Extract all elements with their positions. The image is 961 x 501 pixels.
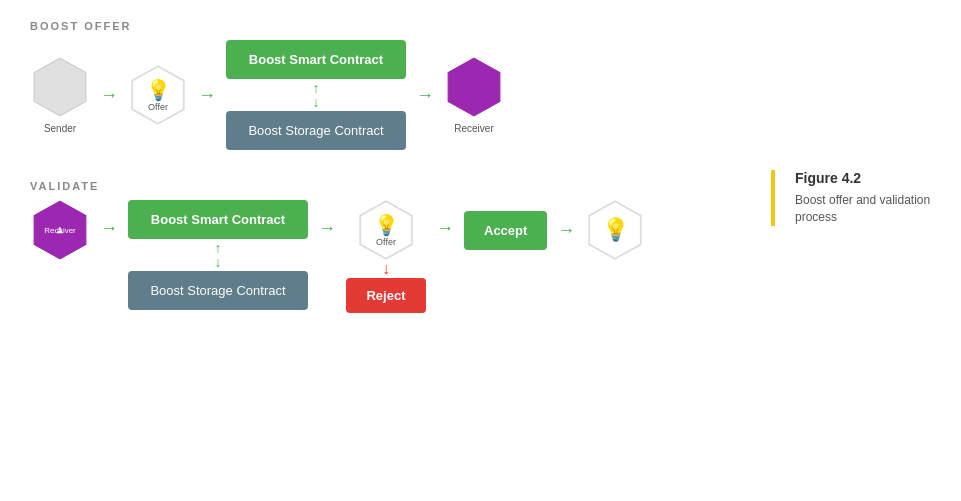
vert-arrows-1: ↑ ↓ <box>313 81 320 109</box>
arrow-sender-offer: → <box>100 85 118 106</box>
offer-wrapper: 💡 Offer <box>128 65 188 125</box>
sender-label: Sender <box>44 123 76 134</box>
receiver-label-1: Receiver <box>454 123 493 134</box>
boost-smart-storage-group: Boost Smart Contract ↑ ↓ Boost Storage C… <box>226 40 406 150</box>
receiver-hexagon-2: Receiver <box>30 200 90 260</box>
accept-final-group: Accept → 💡 <box>464 200 645 260</box>
sender-wrapper: Sender <box>30 57 90 134</box>
boost-storage-contract-1: Boost Storage Contract <box>226 111 406 150</box>
final-offer-hexagon: 💡 <box>585 200 645 260</box>
accept-button[interactable]: Accept <box>464 211 547 250</box>
validate-smart-storage-group: Boost Smart Contract ↑ ↓ Boost Storage C… <box>128 200 308 310</box>
sender-hexagon <box>30 57 90 117</box>
offer-hexagon-validate: 💡 Offer <box>356 200 416 260</box>
arrow-smart-receiver: → <box>416 85 434 106</box>
offer-icon-validate: 💡 Offer <box>374 213 399 247</box>
arrow-smart-offer-validate: → <box>318 218 336 239</box>
figure-caption: Figure 4.2 Boost offer and validation pr… <box>771 170 931 226</box>
arrow-offer-accept: → <box>436 218 454 239</box>
reject-button[interactable]: Reject <box>346 278 426 313</box>
offer-icon-1: 💡 Offer <box>146 78 171 112</box>
svg-point-6 <box>58 227 61 230</box>
svg-marker-0 <box>34 58 86 116</box>
offer-hexagon: 💡 Offer <box>128 65 188 125</box>
svg-marker-3 <box>448 58 500 116</box>
receiver-wrapper-1: Receiver <box>444 57 504 134</box>
arrow-receiver-smart-validate: → <box>100 218 118 239</box>
arrow-down-reject: ↓ <box>382 260 390 278</box>
receiver-icon-2: Receiver <box>44 226 76 235</box>
boost-storage-contract-2: Boost Storage Contract <box>128 271 308 310</box>
validate-offer-group: 💡 Offer ↓ Reject <box>346 200 426 313</box>
figure-description: Boost offer and validation process <box>795 192 931 226</box>
receiver-hexagon-1 <box>444 57 504 117</box>
boost-smart-contract-2: Boost Smart Contract <box>128 200 308 239</box>
arrow-accept-final: → <box>557 220 575 241</box>
validate-label: VALIDATE <box>30 180 751 192</box>
vert-arrows-2: ↑ ↓ <box>215 241 222 269</box>
figure-title: Figure 4.2 <box>795 170 931 186</box>
boost-offer-label: BOOST OFFER <box>30 20 751 32</box>
diagram-area: BOOST OFFER <box>30 20 751 323</box>
main-container: BOOST OFFER <box>0 0 961 501</box>
arrow-offer-smart: → <box>198 85 216 106</box>
accept-hex-row: Accept → 💡 <box>464 200 645 260</box>
receiver-wrapper-2: Receiver <box>30 200 90 260</box>
boost-offer-section: BOOST OFFER <box>30 20 751 150</box>
boost-smart-contract-1: Boost Smart Contract <box>226 40 406 79</box>
final-bulb-icon: 💡 <box>602 217 629 243</box>
validate-section: VALIDATE Receiver <box>30 180 751 313</box>
